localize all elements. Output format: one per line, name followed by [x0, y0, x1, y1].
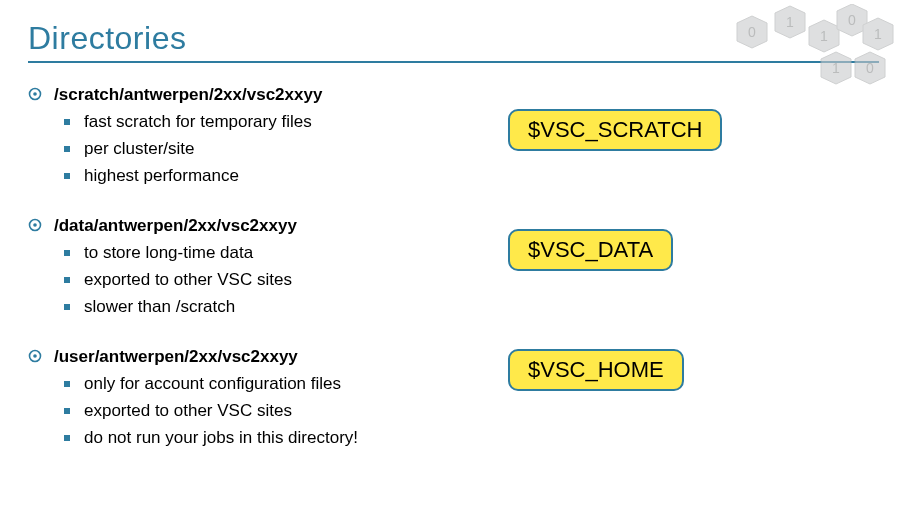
- circled-dot-icon: [28, 349, 42, 363]
- right-column: $VSC_SCRATCH $VSC_DATA $VSC_HOME: [498, 85, 768, 477]
- square-bullet-icon: [64, 146, 70, 152]
- svg-text:1: 1: [786, 14, 794, 30]
- badge-row: $VSC_SCRATCH: [508, 109, 768, 151]
- heading-text: /user/antwerpen/2xx/vsc2xxyy: [54, 347, 298, 367]
- list-item: only for account configuration files: [64, 373, 458, 396]
- item-text: per cluster/site: [84, 138, 195, 161]
- square-bullet-icon: [64, 435, 70, 441]
- heading-text: /data/antwerpen/2xx/vsc2xxyy: [54, 216, 297, 236]
- list-item: do not run your jobs in this directory!: [64, 427, 458, 450]
- item-text: highest performance: [84, 165, 239, 188]
- svg-text:1: 1: [874, 26, 882, 42]
- item-text: fast scratch for temporary files: [84, 111, 312, 134]
- svg-text:1: 1: [832, 60, 840, 76]
- square-bullet-icon: [64, 119, 70, 125]
- list-item: per cluster/site: [64, 138, 458, 161]
- section-heading: /data/antwerpen/2xx/vsc2xxyy: [28, 216, 458, 236]
- svg-text:0: 0: [748, 24, 756, 40]
- svg-text:1: 1: [820, 28, 828, 44]
- square-bullet-icon: [64, 173, 70, 179]
- square-bullet-icon: [64, 277, 70, 283]
- item-text: slower than /scratch: [84, 296, 235, 319]
- svg-text:0: 0: [848, 12, 856, 28]
- square-bullet-icon: [64, 304, 70, 310]
- list-item: highest performance: [64, 165, 458, 188]
- env-var-badge: $VSC_HOME: [508, 349, 684, 391]
- env-var-badge: $VSC_DATA: [508, 229, 673, 271]
- env-var-badge: $VSC_SCRATCH: [508, 109, 722, 151]
- svg-point-19: [33, 354, 37, 358]
- left-column: /scratch/antwerpen/2xx/vsc2xxyy fast scr…: [28, 85, 458, 477]
- badge-row: $VSC_DATA: [508, 229, 768, 271]
- list-item: exported to other VSC sites: [64, 269, 458, 292]
- svg-point-15: [33, 92, 37, 96]
- section-heading: /scratch/antwerpen/2xx/vsc2xxyy: [28, 85, 458, 105]
- item-text: exported to other VSC sites: [84, 269, 292, 292]
- list-item: slower than /scratch: [64, 296, 458, 319]
- circled-dot-icon: [28, 218, 42, 232]
- decorative-cubes-logo: 0 1 1 0 1 1 0: [727, 4, 897, 94]
- section-heading: /user/antwerpen/2xx/vsc2xxyy: [28, 347, 458, 367]
- section-scratch: /scratch/antwerpen/2xx/vsc2xxyy fast scr…: [28, 85, 458, 188]
- content-columns: /scratch/antwerpen/2xx/vsc2xxyy fast scr…: [28, 85, 879, 477]
- section-user: /user/antwerpen/2xx/vsc2xxyy only for ac…: [28, 347, 458, 450]
- section-data: /data/antwerpen/2xx/vsc2xxyy to store lo…: [28, 216, 458, 319]
- item-text: do not run your jobs in this directory!: [84, 427, 358, 450]
- square-bullet-icon: [64, 250, 70, 256]
- square-bullet-icon: [64, 381, 70, 387]
- list-item: to store long-time data: [64, 242, 458, 265]
- svg-point-17: [33, 223, 37, 227]
- square-bullet-icon: [64, 408, 70, 414]
- svg-text:0: 0: [866, 60, 874, 76]
- item-text: to store long-time data: [84, 242, 253, 265]
- item-text: exported to other VSC sites: [84, 400, 292, 423]
- heading-text: /scratch/antwerpen/2xx/vsc2xxyy: [54, 85, 322, 105]
- list-item: exported to other VSC sites: [64, 400, 458, 423]
- badge-row: $VSC_HOME: [508, 349, 768, 391]
- item-text: only for account configuration files: [84, 373, 341, 396]
- circled-dot-icon: [28, 87, 42, 101]
- list-item: fast scratch for temporary files: [64, 111, 458, 134]
